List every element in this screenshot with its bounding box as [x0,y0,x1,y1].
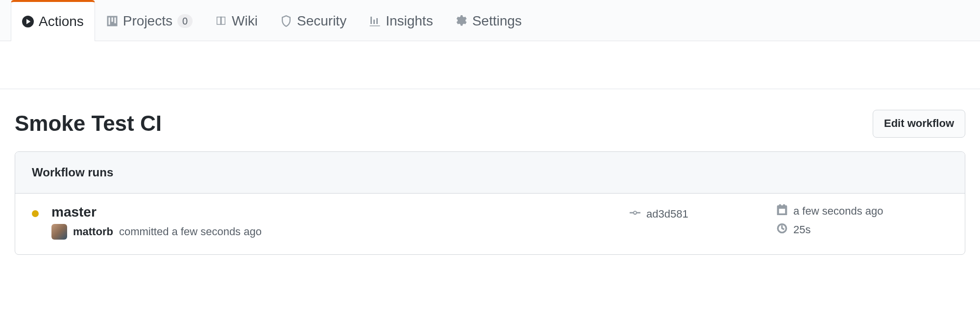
book-icon [215,15,227,27]
run-duration: 25s [793,223,810,236]
run-commit-sha[interactable]: ad3d581 [646,208,688,221]
project-icon [106,15,118,27]
workflow-runs-box: Workflow runs master mattorb committed a… [15,151,965,255]
workflow-runs-header: Workflow runs [15,152,965,194]
run-main: master mattorb committed a few seconds a… [51,204,630,240]
tab-projects[interactable]: Projects 0 [95,0,204,41]
run-commit-action: committed a few seconds ago [119,225,262,238]
commit-icon [630,207,640,221]
calendar-icon [777,204,787,218]
tab-insights-label: Insights [386,13,433,29]
run-author[interactable]: mattorb [73,225,113,238]
tab-settings-label: Settings [472,13,522,29]
tab-wiki-label: Wiki [232,13,258,29]
avatar[interactable] [51,224,67,240]
shield-icon [280,15,292,27]
run-byline: mattorb committed a few seconds ago [51,224,630,240]
repo-tabnav: Actions Projects 0 Wiki Security Insight… [0,0,980,41]
gear-icon [456,15,467,27]
graph-icon [369,15,381,27]
tab-insights[interactable]: Insights [358,0,444,41]
run-meta: a few seconds ago 25s [777,204,948,242]
status-pending-icon [32,210,39,217]
projects-count-badge: 0 [177,14,193,28]
tab-projects-label: Projects [123,13,172,29]
clock-icon [777,223,787,237]
run-branch-title[interactable]: master [51,204,630,220]
tab-security-label: Security [297,13,346,29]
workflow-title: Smoke Test CI [15,111,162,136]
tab-actions[interactable]: Actions [11,0,95,41]
edit-workflow-button[interactable]: Edit workflow [873,110,965,138]
tab-actions-label: Actions [39,14,84,29]
workflow-run-row[interactable]: master mattorb committed a few seconds a… [15,194,965,254]
play-icon [22,16,34,27]
tab-settings[interactable]: Settings [444,0,533,41]
run-commit[interactable]: ad3d581 [630,204,777,221]
tab-wiki[interactable]: Wiki [204,0,269,41]
workflow-header: Smoke Test CI Edit workflow [0,89,980,151]
run-time-ago: a few seconds ago [793,205,883,218]
tab-security[interactable]: Security [269,0,358,41]
